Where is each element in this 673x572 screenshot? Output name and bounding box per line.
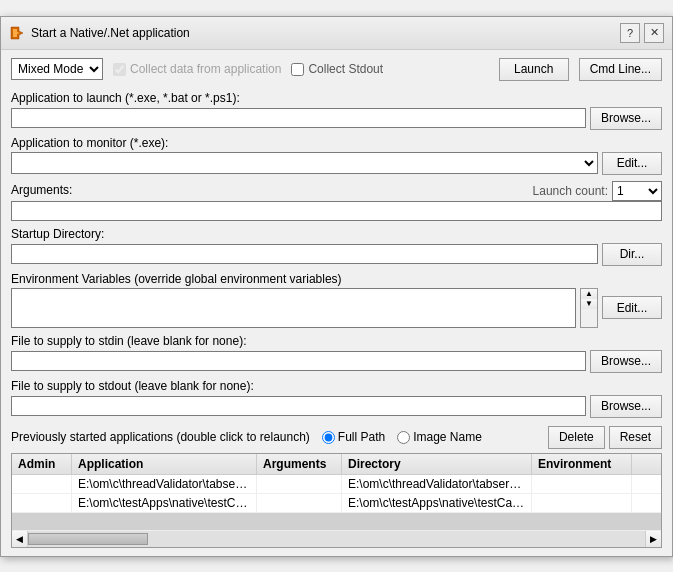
env-vars-spinners: ▲ ▼ <box>580 288 598 328</box>
app-launch-row: Browse... <box>11 107 662 130</box>
col-header-environment: Environment <box>532 454 632 474</box>
title-bar-controls: ? ✕ <box>620 23 664 43</box>
reset-button[interactable]: Reset <box>609 426 662 449</box>
scroll-track[interactable] <box>28 531 645 547</box>
image-name-radio[interactable] <box>397 431 410 444</box>
collect-stdout-checkbox[interactable] <box>291 63 304 76</box>
stdout-input[interactable] <box>11 396 586 416</box>
col-header-application: Application <box>72 454 257 474</box>
col-header-admin: Admin <box>12 454 72 474</box>
collect-stdout-label: Collect Stdout <box>308 62 383 76</box>
arguments-input[interactable] <box>11 201 662 221</box>
cell-environment-1 <box>532 475 632 493</box>
launch-count-select[interactable]: 1 <box>612 181 662 201</box>
table-header: Admin Application Arguments Directory En… <box>12 454 661 475</box>
previously-section: Previously started applications (double … <box>11 426 662 548</box>
startup-dir-input[interactable] <box>11 244 598 264</box>
stdout-row: Browse... <box>11 395 662 418</box>
app-icon <box>9 25 25 41</box>
horizontal-scrollbar: ◀ ▶ <box>12 531 661 547</box>
title-bar: Start a Native/.Net application ? ✕ <box>1 17 672 50</box>
previously-header: Previously started applications (double … <box>11 426 662 449</box>
scroll-right-button[interactable]: ▶ <box>645 531 661 547</box>
main-window: Start a Native/.Net application ? ✕ Mixe… <box>0 16 673 557</box>
app-monitor-section: Application to monitor (*.exe): Edit... <box>11 136 662 175</box>
launch-button[interactable]: Launch <box>499 58 569 81</box>
stdin-row: Browse... <box>11 350 662 373</box>
startup-dir-section: Startup Directory: Dir... <box>11 227 662 266</box>
cell-application-1: E:\om\c\threadValidator\tabserv\R... <box>72 475 257 493</box>
image-name-radio-item: Image Name <box>397 430 482 444</box>
content-area: Mixed Mode Collect data from application… <box>1 50 672 556</box>
table-row[interactable]: E:\om\c\testApps\native\testCause... E:\… <box>12 494 661 513</box>
cell-environment-2 <box>532 494 632 512</box>
mode-dropdown[interactable]: Mixed Mode <box>11 58 103 80</box>
spin-up-button[interactable]: ▲ <box>581 289 597 299</box>
scroll-left-button[interactable]: ◀ <box>12 531 28 547</box>
col-header-arguments: Arguments <box>257 454 342 474</box>
browse-button-3[interactable]: Browse... <box>590 395 662 418</box>
env-vars-section: Environment Variables (override global e… <box>11 272 662 328</box>
app-monitor-select[interactable] <box>11 152 598 174</box>
app-launch-input[interactable] <box>11 108 586 128</box>
stdout-section: File to supply to stdout (leave blank fo… <box>11 379 662 418</box>
scroll-thumb[interactable] <box>28 533 148 545</box>
delete-reset-row: Delete Reset <box>548 426 662 449</box>
cell-directory-1: E:\om\c\threadValidator\tabserv\R... <box>342 475 532 493</box>
edit-button-2[interactable]: Edit... <box>602 296 662 319</box>
env-vars-label: Environment Variables (override global e… <box>11 272 662 286</box>
delete-button[interactable]: Delete <box>548 426 605 449</box>
stdout-label: File to supply to stdout (leave blank fo… <box>11 379 662 393</box>
startup-dir-label: Startup Directory: <box>11 227 662 241</box>
path-radio-group: Full Path Image Name <box>322 430 482 444</box>
cell-arguments-1 <box>257 475 342 493</box>
app-monitor-row: Edit... <box>11 152 662 175</box>
collect-data-group: Collect data from application <box>113 62 281 76</box>
applications-table: Admin Application Arguments Directory En… <box>11 453 662 548</box>
startup-dir-row: Dir... <box>11 243 662 266</box>
app-launch-label: Application to launch (*.exe, *.bat or *… <box>11 91 662 105</box>
edit-button-1[interactable]: Edit... <box>602 152 662 175</box>
image-name-label: Image Name <box>413 430 482 444</box>
spin-down-button[interactable]: ▼ <box>581 299 597 309</box>
table-row[interactable]: E:\om\c\threadValidator\tabserv\R... E:\… <box>12 475 661 494</box>
launch-count-label: Launch count: <box>533 184 608 198</box>
collect-stdout-group: Collect Stdout <box>291 62 383 76</box>
cell-admin-2 <box>12 494 72 512</box>
cell-admin-1 <box>12 475 72 493</box>
previously-label: Previously started applications (double … <box>11 430 310 444</box>
close-button[interactable]: ✕ <box>644 23 664 43</box>
table-body: E:\om\c\threadValidator\tabserv\R... E:\… <box>12 475 661 531</box>
table-row-empty <box>12 513 661 531</box>
collect-data-label: Collect data from application <box>130 62 281 76</box>
browse-button-2[interactable]: Browse... <box>590 350 662 373</box>
arguments-section: Arguments: Launch count: 1 <box>11 181 662 221</box>
env-vars-textarea[interactable] <box>11 288 576 328</box>
collect-data-checkbox[interactable] <box>113 63 126 76</box>
window-title: Start a Native/.Net application <box>31 26 190 40</box>
full-path-radio-item: Full Path <box>322 430 385 444</box>
arguments-header-row: Arguments: Launch count: 1 <box>11 181 662 201</box>
mode-select-container: Mixed Mode <box>11 58 103 80</box>
app-launch-section: Application to launch (*.exe, *.bat or *… <box>11 91 662 130</box>
browse-button-1[interactable]: Browse... <box>590 107 662 130</box>
cmdline-button[interactable]: Cmd Line... <box>579 58 662 81</box>
dir-button[interactable]: Dir... <box>602 243 662 266</box>
col-header-directory: Directory <box>342 454 532 474</box>
full-path-label: Full Path <box>338 430 385 444</box>
stdin-input[interactable] <box>11 351 586 371</box>
env-vars-row: ▲ ▼ Edit... <box>11 288 662 328</box>
top-bar: Mixed Mode Collect data from application… <box>11 58 662 81</box>
app-monitor-label: Application to monitor (*.exe): <box>11 136 662 150</box>
arguments-label: Arguments: <box>11 183 72 197</box>
cell-arguments-2 <box>257 494 342 512</box>
full-path-radio[interactable] <box>322 431 335 444</box>
stdin-section: File to supply to stdin (leave blank for… <box>11 334 662 373</box>
title-bar-left: Start a Native/.Net application <box>9 25 190 41</box>
help-button[interactable]: ? <box>620 23 640 43</box>
cell-application-2: E:\om\c\testApps\native\testCause... <box>72 494 257 512</box>
cell-directory-2: E:\om\c\testApps\native\testCause... <box>342 494 532 512</box>
stdin-label: File to supply to stdin (leave blank for… <box>11 334 662 348</box>
